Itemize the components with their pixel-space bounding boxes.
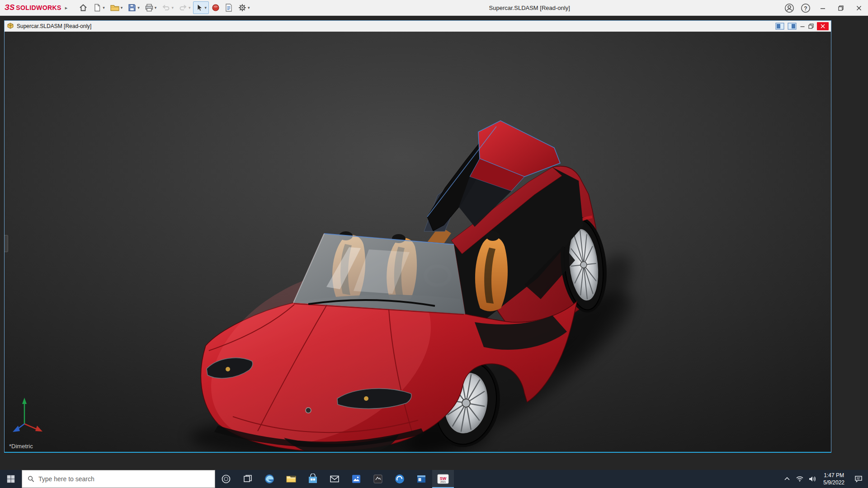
composer-icon: [416, 474, 427, 484]
taskbar-clock[interactable]: 1:47 PM 5/9/2022: [819, 472, 849, 486]
solidworks-logo: ЗS SOLIDWORKS: [0, 3, 63, 12]
start-button[interactable]: [0, 470, 22, 488]
taskbar-mail-button[interactable]: [324, 470, 345, 488]
view-orientation-label: *Dimetric: [9, 443, 33, 450]
search-input[interactable]: [38, 475, 209, 483]
svg-text:SW: SW: [440, 476, 447, 481]
dropdown-arrow-icon[interactable]: ▾: [248, 5, 250, 10]
close-icon: [856, 5, 862, 11]
options-gear-icon: [238, 3, 247, 12]
dropdown-arrow-icon[interactable]: ▾: [155, 5, 157, 10]
close-icon: [820, 23, 826, 29]
doc-close-button[interactable]: [817, 22, 829, 30]
viewport-pane-button-right[interactable]: [788, 22, 797, 30]
select-tool-button[interactable]: ▾: [193, 1, 209, 14]
cockpit: [293, 231, 465, 314]
open-folder-icon: [110, 3, 120, 12]
hood-badge: [306, 408, 311, 413]
save-button[interactable]: ▾: [125, 1, 142, 14]
restore-icon: [808, 23, 814, 29]
taskbar-solidworks-button[interactable]: SW2021: [432, 470, 454, 488]
viewport-pane-button-left[interactable]: [775, 22, 784, 30]
volume-icon: [808, 475, 816, 483]
dropdown-arrow-icon[interactable]: ▾: [137, 5, 140, 10]
cortana-icon: [221, 474, 231, 484]
print-icon: [145, 3, 154, 12]
rebuild-button[interactable]: [209, 1, 222, 14]
split-pane-right-icon: [788, 23, 797, 30]
document-window-controls: [775, 22, 829, 30]
tray-volume-button[interactable]: [806, 470, 819, 488]
app-window-controls: ?: [781, 0, 868, 16]
search-icon: [28, 475, 34, 483]
graphics-area: *Dimetric: [5, 32, 831, 452]
app-title-bar: ЗS SOLIDWORKS ▸ ▾ ▾ ▾ ▾ ▾ ▾: [0, 0, 868, 16]
app-restore-button[interactable]: [832, 0, 850, 16]
doc-minimize-button[interactable]: [800, 22, 805, 30]
open-button[interactable]: ▾: [108, 1, 125, 14]
3d-viewport[interactable]: [5, 32, 831, 452]
select-cursor-icon: [195, 4, 203, 12]
document-title-bar[interactable]: Supercar.SLDASM [Read-only]: [5, 21, 831, 32]
file-explorer-icon: [286, 474, 297, 484]
new-document-button[interactable]: ▾: [90, 1, 107, 14]
capture-tool-icon: [373, 474, 383, 484]
assembly-document-icon: [7, 23, 14, 30]
taskbar-store-button[interactable]: [302, 470, 324, 488]
task-view-button[interactable]: [237, 470, 259, 488]
photos-icon: [351, 474, 362, 484]
file-properties-button[interactable]: [222, 1, 235, 14]
solidworks-logo-text: SOLIDWORKS: [16, 4, 61, 11]
taskbar-capture-tool-button[interactable]: [367, 470, 389, 488]
redo-icon: [179, 3, 188, 12]
tray-network-button[interactable]: [793, 470, 806, 488]
action-center-icon: [854, 475, 863, 483]
redo-button[interactable]: ▾: [176, 1, 193, 14]
help-icon: ?: [801, 3, 811, 13]
display-pane-collapse-tab[interactable]: [5, 235, 8, 252]
store-icon: [308, 474, 318, 484]
dropdown-arrow-icon[interactable]: ▾: [204, 5, 207, 10]
undo-icon: [161, 3, 170, 12]
mail-icon: [329, 474, 340, 484]
doc-restore-button[interactable]: [808, 22, 814, 30]
windows-start-icon: [6, 474, 15, 483]
home-button[interactable]: [76, 1, 90, 14]
dropdown-arrow-icon[interactable]: ▾: [121, 5, 123, 10]
app-window-title: Supercar.SLDASM [Read-only]: [489, 5, 570, 11]
dropdown-arrow-icon[interactable]: ▾: [171, 5, 174, 10]
action-center-button[interactable]: [849, 470, 868, 488]
dropdown-arrow-icon[interactable]: ▾: [103, 5, 105, 10]
taskbar-composer-button[interactable]: [410, 470, 432, 488]
app-close-button[interactable]: [850, 0, 868, 16]
print-button[interactable]: ▾: [142, 1, 159, 14]
task-view-icon: [243, 474, 253, 484]
cortana-button[interactable]: [215, 470, 237, 488]
taskbar-search-box[interactable]: [22, 470, 215, 488]
new-document-icon: [93, 3, 102, 12]
svg-text:?: ?: [804, 5, 807, 11]
taskbar-file-explorer-button[interactable]: [280, 470, 302, 488]
tray-chevron-button[interactable]: [781, 470, 793, 488]
clock-date: 5/9/2022: [823, 479, 844, 486]
help-button[interactable]: ?: [797, 0, 814, 16]
user-account-button[interactable]: [781, 0, 797, 16]
taskbar-edge-button[interactable]: [259, 470, 280, 488]
dropdown-arrow-icon[interactable]: ▾: [189, 5, 191, 10]
app-minimize-button[interactable]: [814, 0, 832, 16]
options-button[interactable]: ▾: [236, 1, 252, 14]
file-properties-icon: [225, 3, 233, 12]
user-account-icon: [784, 3, 794, 13]
menu-flyout-icon[interactable]: ▸: [65, 5, 68, 11]
taskbar-edrawings-button[interactable]: [389, 470, 410, 488]
document-window: Supercar.SLDASM [Read-only]: [4, 20, 831, 453]
chevron-up-icon: [784, 477, 790, 481]
save-icon: [127, 3, 137, 12]
taskbar-photos-button[interactable]: [345, 470, 367, 488]
undo-button[interactable]: ▾: [159, 1, 176, 14]
solidworks-app-icon: SW2021: [437, 474, 449, 484]
solidworks-logo-mark: ЗS: [5, 3, 14, 12]
windows-taskbar: SW2021 1:47 PM 5/9/2022: [0, 470, 868, 488]
home-icon: [79, 3, 88, 12]
mdi-background: Supercar.SLDASM [Read-only]: [0, 16, 868, 470]
